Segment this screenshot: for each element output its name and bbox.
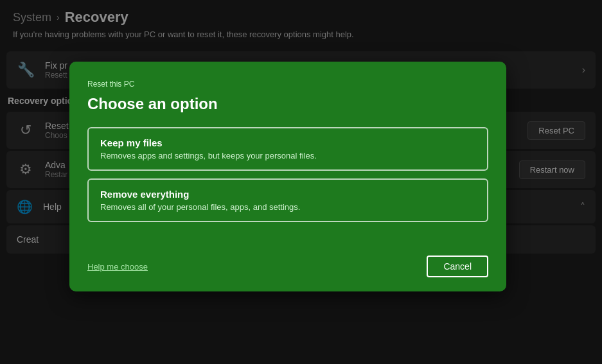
dialog-title: Choose an option bbox=[87, 95, 488, 113]
remove-everything-title: Remove everything bbox=[100, 189, 475, 200]
dialog-inner: Reset this PC Choose an option Keep my f… bbox=[69, 62, 506, 245]
option-keep-files[interactable]: Keep my files Removes apps and settings,… bbox=[87, 127, 488, 171]
dialog-footer: Help me choose Cancel bbox=[69, 245, 506, 291]
keep-files-title: Keep my files bbox=[100, 137, 475, 148]
dialog-tag: Reset this PC bbox=[87, 80, 488, 89]
cancel-button[interactable]: Cancel bbox=[427, 256, 488, 277]
help-me-choose-link[interactable]: Help me choose bbox=[87, 262, 148, 272]
remove-everything-desc: Removes all of your personal files, apps… bbox=[100, 202, 475, 212]
option-remove-everything[interactable]: Remove everything Removes all of your pe… bbox=[87, 178, 488, 222]
reset-pc-dialog: Reset this PC Choose an option Keep my f… bbox=[69, 62, 506, 291]
keep-files-desc: Removes apps and settings, but keeps you… bbox=[100, 151, 475, 160]
